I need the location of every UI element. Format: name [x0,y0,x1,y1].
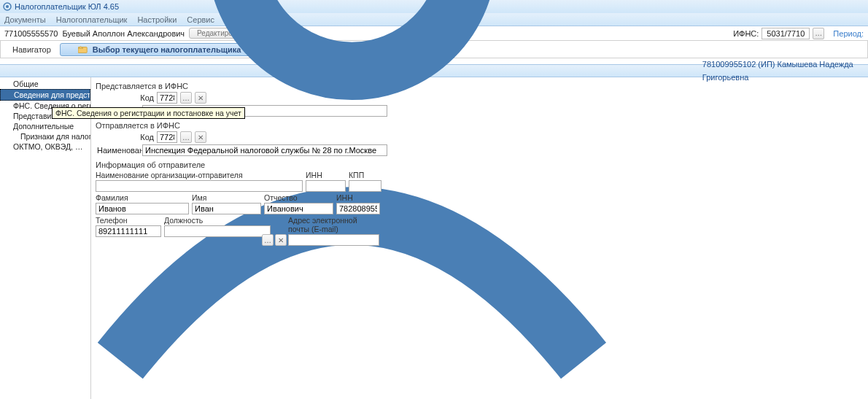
ifns-value: 5031/7710 [762,28,810,39]
nav-tree: Общие Сведения для представления ФНС. Св… [0,77,91,399]
patronymic-input[interactable] [264,203,333,214]
position-label: Должность [164,216,259,225]
tooltip: ФНС. Сведения о регистрации и постановке… [52,107,245,119]
position-input[interactable] [164,225,271,237]
tree-item-general[interactable]: Общие [0,79,90,89]
sender-inn-label: ИНН [306,171,346,179]
sender-inn-input[interactable] [306,180,346,192]
form-area: Представляется в ИФНС Код … ✕ Наименован… [91,77,868,399]
phone-label: Телефон [96,216,161,225]
lastname-label: Фамилия [96,193,189,202]
person-inn-input[interactable] [336,203,380,214]
tree-item-submission-info[interactable]: Сведения для представления [0,89,90,101]
org-name-input[interactable] [96,180,303,192]
position-lookup[interactable]: … [262,234,274,246]
sender-header: Информация об отправителе [96,160,864,169]
patronymic-label: Отчество [264,193,333,202]
sent-to-header: Отправляется в ИФНС [96,121,864,130]
firstname-input[interactable] [192,203,261,214]
presented-code-label: Код [117,93,154,102]
phone-input[interactable] [96,225,161,237]
ifns-ellipsis-button[interactable]: … [813,28,824,39]
sent-code-lookup[interactable]: … [180,131,192,143]
sender-kpp-label: КПП [349,171,381,179]
sent-code-input[interactable] [157,131,177,143]
email-label: Адрес электронной почты (E-mail) [288,216,379,233]
lastname-input[interactable] [96,203,189,214]
firstname-label: Имя [192,193,261,202]
sent-name-input[interactable] [142,144,387,156]
presented-to-header: Представляется в ИФНС [96,82,864,90]
presented-code-input[interactable] [157,92,177,104]
sent-code-label: Код [117,133,154,142]
sender-kpp-input[interactable] [349,180,381,192]
email-input[interactable] [288,234,379,246]
presented-code-lookup[interactable]: … [180,92,192,104]
sent-code-clear[interactable]: ✕ [195,131,206,143]
tree-item-additional[interactable]: Дополнительные [0,121,90,131]
svg-point-3 [236,0,468,71]
ifns-label: ИФНС: [733,29,759,38]
presented-code-clear[interactable]: ✕ [195,92,206,104]
position-clear[interactable]: ✕ [275,234,287,246]
tree-item-tax-attrs[interactable]: Признаки для налоговой отч [0,131,90,142]
tree-item-oktmo-okved[interactable]: ОКТМО, ОКВЭД, … [0,142,90,152]
person-inn-label: ИНН [336,193,380,202]
sent-name-label: Наименование [96,146,139,155]
document-title-bar: 781009955102 (ИП) Камышева Надежда Григо… [0,64,868,77]
period-label[interactable]: Период: [833,29,864,38]
org-name-label: Наименование организации-отправителя [96,171,303,179]
